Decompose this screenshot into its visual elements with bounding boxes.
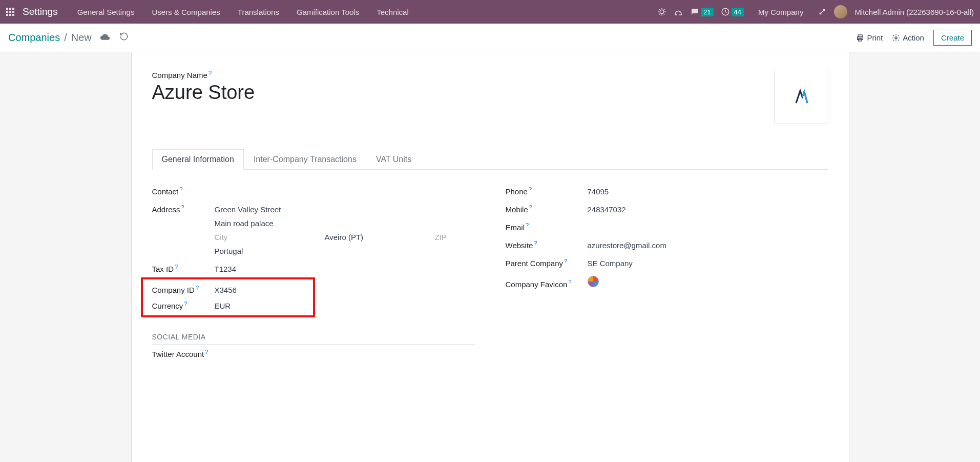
right-column: Phone? 74095 Mobile? 248347032 Email? We… bbox=[506, 182, 828, 363]
user-name[interactable]: Mitchell Admin (22263690-16-0-all) bbox=[854, 8, 974, 16]
help-icon[interactable]: ? bbox=[526, 222, 529, 228]
help-icon[interactable]: ? bbox=[564, 258, 567, 264]
left-column: Contact? Address? Green Valley Street Ma… bbox=[152, 182, 475, 363]
bug-icon[interactable] bbox=[657, 7, 666, 16]
avatar[interactable] bbox=[834, 5, 847, 18]
action-button[interactable]: Action bbox=[892, 33, 924, 42]
help-icon[interactable]: ? bbox=[184, 300, 187, 307]
parent-company-input[interactable]: SE Company bbox=[588, 259, 633, 268]
company-logo[interactable] bbox=[774, 70, 828, 124]
subbar-status-icons bbox=[100, 32, 129, 44]
field-favicon: Company Favicon? bbox=[506, 272, 828, 293]
breadcrumb-root[interactable]: Companies bbox=[8, 32, 60, 44]
field-taxid: Tax ID? T1234 bbox=[152, 259, 475, 277]
clock-icon[interactable]: 44 bbox=[721, 7, 744, 16]
website-input[interactable]: azurestore@gmail.com bbox=[588, 241, 666, 250]
subbar: Companies / New Print Action Create bbox=[0, 24, 980, 52]
topbar-left: Settings General Settings Users & Compan… bbox=[6, 6, 416, 17]
mobile-input[interactable]: 248347032 bbox=[588, 205, 626, 214]
companyid-input[interactable]: X3456 bbox=[215, 286, 237, 294]
topbar-right: 21 44 My Company Mitchell Admin (2226369… bbox=[657, 5, 974, 18]
form-columns: Contact? Address? Green Valley Street Ma… bbox=[152, 182, 828, 363]
favicon-image[interactable] bbox=[588, 276, 599, 287]
apps-icon[interactable] bbox=[6, 8, 14, 16]
menu-users-companies[interactable]: Users & Companies bbox=[144, 8, 227, 16]
create-button[interactable]: Create bbox=[933, 30, 972, 46]
city-input[interactable]: City bbox=[215, 233, 315, 242]
title-row: Company Name? Azure Store bbox=[152, 70, 828, 124]
clock-count: 44 bbox=[732, 8, 744, 16]
help-icon[interactable]: ? bbox=[181, 204, 184, 210]
tab-vat-units[interactable]: VAT Units bbox=[366, 149, 421, 170]
company-name-label: Company Name? bbox=[152, 70, 255, 79]
scroll-area[interactable]: Company Name? Azure Store General Inform… bbox=[0, 52, 980, 462]
print-button[interactable]: Print bbox=[856, 33, 883, 42]
field-phone: Phone? 74095 bbox=[506, 182, 828, 200]
street2-input[interactable]: Main road palace bbox=[215, 219, 475, 228]
tabs: General Information Inter-Company Transa… bbox=[152, 149, 828, 170]
messages-icon[interactable]: 21 bbox=[690, 7, 713, 16]
support-icon[interactable] bbox=[674, 7, 683, 16]
menu-gamification[interactable]: Gamification Tools bbox=[289, 8, 366, 16]
field-mobile: Mobile? 248347032 bbox=[506, 200, 828, 218]
help-icon[interactable]: ? bbox=[534, 240, 537, 246]
field-contact: Contact? bbox=[152, 182, 475, 200]
phone-input[interactable]: 74095 bbox=[588, 187, 609, 196]
field-parent-company: Parent Company? SE Company bbox=[506, 254, 828, 272]
taxid-input[interactable]: T1234 bbox=[215, 265, 237, 273]
field-email: Email? bbox=[506, 218, 828, 236]
menu-translations[interactable]: Translations bbox=[231, 8, 286, 16]
form-sheet: Company Name? Azure Store General Inform… bbox=[131, 52, 849, 462]
messages-count: 21 bbox=[701, 8, 713, 16]
highlight-annotation: Company ID? X3456 Currency? EUR bbox=[141, 277, 315, 317]
print-label: Print bbox=[867, 33, 883, 42]
breadcrumb-sep: / bbox=[64, 32, 67, 44]
help-icon[interactable]: ? bbox=[568, 279, 571, 285]
discard-icon[interactable] bbox=[119, 32, 129, 44]
tab-general-information[interactable]: General Information bbox=[152, 149, 244, 170]
cloud-unsaved-icon[interactable] bbox=[100, 32, 110, 44]
country-input[interactable]: Portugal bbox=[215, 247, 475, 255]
street-input[interactable]: Green Valley Street bbox=[215, 205, 475, 214]
app-name[interactable]: Settings bbox=[23, 6, 58, 17]
help-icon[interactable]: ? bbox=[196, 285, 199, 291]
help-icon[interactable]: ? bbox=[179, 186, 182, 192]
help-icon[interactable]: ? bbox=[529, 186, 532, 192]
state-input[interactable]: Aveiro (PT) bbox=[325, 233, 425, 242]
breadcrumb-current: New bbox=[71, 32, 92, 44]
action-label: Action bbox=[903, 33, 924, 42]
zip-input[interactable]: ZIP bbox=[435, 233, 475, 242]
field-companyid: Company ID? X3456 bbox=[152, 282, 313, 297]
tools-icon[interactable] bbox=[818, 7, 827, 16]
company-switcher[interactable]: My Company bbox=[751, 8, 810, 16]
field-twitter: Twitter Account? bbox=[152, 345, 475, 363]
svg-point-0 bbox=[660, 10, 664, 14]
help-icon[interactable]: ? bbox=[175, 264, 178, 270]
currency-input[interactable]: EUR bbox=[215, 302, 231, 310]
field-address: Address? Green Valley Street Main road p… bbox=[152, 200, 475, 259]
address-block: Green Valley Street Main road palace Cit… bbox=[215, 205, 475, 255]
title-block: Company Name? Azure Store bbox=[152, 70, 255, 124]
help-icon[interactable]: ? bbox=[205, 349, 208, 355]
section-social-media: SOCIAL MEDIA bbox=[152, 333, 475, 345]
menu-technical[interactable]: Technical bbox=[369, 8, 416, 16]
help-icon[interactable]: ? bbox=[529, 204, 532, 210]
help-icon[interactable]: ? bbox=[208, 70, 212, 76]
field-website: Website? azurestore@gmail.com bbox=[506, 236, 828, 254]
svg-point-5 bbox=[895, 37, 897, 39]
topbar: Settings General Settings Users & Compan… bbox=[0, 0, 980, 24]
subbar-right: Print Action Create bbox=[856, 30, 972, 46]
company-name-value[interactable]: Azure Store bbox=[152, 82, 255, 104]
breadcrumb: Companies / New bbox=[8, 32, 92, 44]
menu-general-settings[interactable]: General Settings bbox=[70, 8, 142, 16]
tab-intercompany[interactable]: Inter-Company Transactions bbox=[244, 149, 366, 170]
field-currency: Currency? EUR bbox=[152, 297, 313, 313]
